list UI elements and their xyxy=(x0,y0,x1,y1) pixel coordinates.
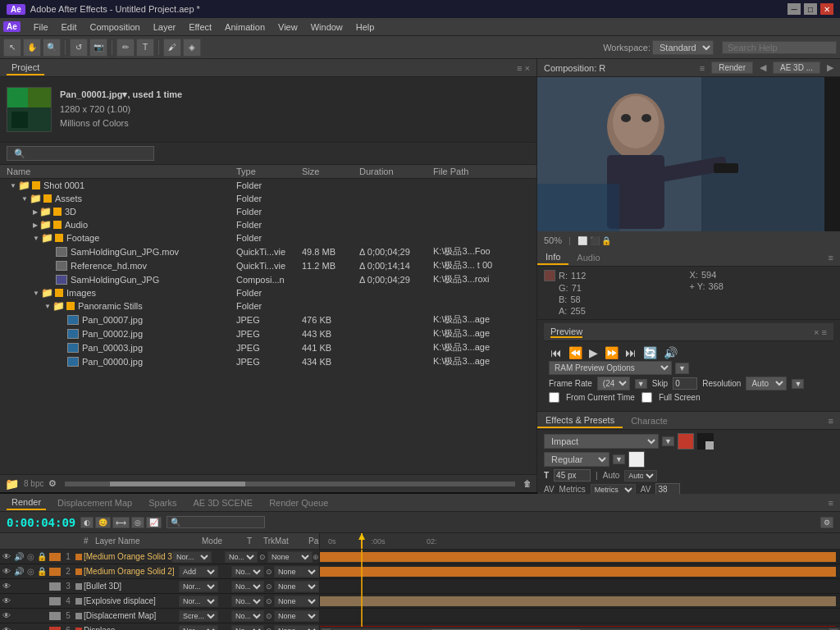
motion-blur-btn[interactable]: ◎ xyxy=(131,517,144,528)
layer2-vis-btn[interactable]: 👁 xyxy=(0,567,13,576)
project-settings-btn[interactable]: ⚙ xyxy=(48,478,57,489)
close-button[interactable]: ✕ xyxy=(820,3,833,15)
preview-menu[interactable]: × ≡ xyxy=(814,327,827,337)
stamp-tool[interactable]: ◈ xyxy=(183,39,201,57)
layer2-lock-btn[interactable]: 🔒 xyxy=(36,567,48,576)
layer3-mode-select[interactable]: Nor... xyxy=(179,581,218,592)
layer2-mode-select[interactable]: Add xyxy=(179,566,218,578)
layer4-parent-select[interactable]: None xyxy=(274,596,319,607)
layer6-vis-btn[interactable]: 👁 xyxy=(0,626,13,630)
menu-window[interactable]: Window xyxy=(304,21,349,34)
layer1-parent-select[interactable]: None xyxy=(267,551,313,563)
expand-icon[interactable]: ▶ xyxy=(33,208,38,216)
menu-layer[interactable]: Layer xyxy=(147,21,183,34)
list-item[interactable]: Pan_00000.jpg JPEG 434 KB K:\极品3...age xyxy=(0,354,536,368)
effects-presets-tab[interactable]: Effects & Presets xyxy=(537,413,623,428)
expand-icon[interactable]: ▶ xyxy=(33,221,38,229)
step-forward-btn[interactable]: ⏩ xyxy=(603,346,620,359)
rotation-tool[interactable]: ↺ xyxy=(70,39,88,57)
project-search-input[interactable] xyxy=(7,146,154,161)
list-item[interactable]: ▼ 📁 Panoramic Stills Folder xyxy=(0,299,536,313)
step-back-btn[interactable]: ⏪ xyxy=(567,346,584,359)
auto-select[interactable]: Auto xyxy=(624,470,657,482)
list-item[interactable]: SamHoldingGun_JPG Composi...n Δ 0;00;04;… xyxy=(0,272,536,286)
minimize-button[interactable]: ─ xyxy=(788,3,801,15)
delete-btn[interactable]: 🗑 xyxy=(523,479,532,488)
resolution-select[interactable]: Auto xyxy=(746,377,787,390)
list-item[interactable]: SamHoldingGun_JPG.mov QuickTi...vie 49.8… xyxy=(0,244,536,258)
list-item[interactable]: Pan_00002.jpg JPEG 443 KB K:\极品3...age xyxy=(0,326,536,340)
skip-to-end-btn[interactable]: ⏭ xyxy=(623,346,638,359)
full-screen-checkbox[interactable] xyxy=(641,392,652,403)
layer1-mode-select[interactable]: Nor... xyxy=(172,551,212,563)
list-item[interactable]: ▶ 📁 3D Folder xyxy=(0,205,536,218)
tab-audio[interactable]: Audio xyxy=(568,251,608,264)
pen-tool[interactable]: ✏ xyxy=(116,39,135,57)
maximize-button[interactable]: □ xyxy=(804,3,817,15)
brush-tool[interactable]: 🖌 xyxy=(163,39,181,57)
effects-menu[interactable]: ≡ xyxy=(822,416,840,426)
info-menu[interactable]: ≡ xyxy=(822,253,840,262)
expand-icon[interactable]: ▼ xyxy=(21,195,28,203)
frame-blend-btn[interactable]: ⟷ xyxy=(112,517,130,528)
layer4-trkmat-select[interactable]: No... xyxy=(231,596,264,607)
layer2-audio-btn[interactable]: 🔊 xyxy=(13,567,25,576)
comp-menu-icon[interactable]: ≡ xyxy=(700,63,705,73)
skip-input[interactable] xyxy=(673,377,697,390)
layer3-parent-select[interactable]: None xyxy=(274,581,319,592)
new-folder-btn[interactable]: 📁 xyxy=(5,477,19,491)
list-item[interactable]: Pan_00007.jpg JPEG 476 KB K:\极品3...age xyxy=(0,313,536,326)
play-btn[interactable]: ▶ xyxy=(587,346,600,359)
audio-btn[interactable]: 🔊 xyxy=(662,346,679,359)
layer5-trkmat-select[interactable]: No... xyxy=(231,610,264,622)
menu-edit[interactable]: Edit xyxy=(55,21,84,34)
hide-shy-btn[interactable]: 😊 xyxy=(95,517,111,528)
render-tab[interactable]: Render xyxy=(7,495,46,510)
layer5-parent-select[interactable]: None xyxy=(274,610,319,622)
text-tool[interactable]: T xyxy=(136,39,154,57)
list-item[interactable]: ▼ 📁 Images Folder xyxy=(0,286,536,299)
zoom-tool[interactable]: 🔍 xyxy=(43,39,61,57)
layer3-vis-btn[interactable]: 👁 xyxy=(0,582,13,591)
color-swatch-red[interactable] xyxy=(678,433,694,450)
layer1-solo-btn[interactable]: ◎ xyxy=(25,552,36,561)
layer4-vis-btn[interactable]: 👁 xyxy=(0,596,13,605)
expand-icon[interactable]: ▼ xyxy=(33,290,39,297)
render-button[interactable]: Render xyxy=(711,62,753,74)
menu-animation[interactable]: Animation xyxy=(218,21,272,34)
sparks-tab[interactable]: Sparks xyxy=(144,496,181,509)
layer6-trkmat-select[interactable]: No... xyxy=(231,625,264,631)
layer6-parent-select[interactable]: None xyxy=(274,625,319,631)
layer1-audio-btn[interactable]: 🔊 xyxy=(13,552,25,561)
list-item[interactable]: ▼ 📁 Shot 0001 Folder xyxy=(0,179,536,192)
resolution-down-btn[interactable]: ▼ xyxy=(792,379,804,389)
preview-tab[interactable]: Preview xyxy=(550,326,582,338)
timecode[interactable]: 0:00:04:09 xyxy=(7,516,75,529)
render-queue-tab[interactable]: Render Queue xyxy=(264,496,333,509)
list-item[interactable]: Pan_00003.jpg JPEG 441 KB K:\极品3...age xyxy=(0,340,536,354)
font-select-down-btn[interactable]: ▼ xyxy=(662,436,674,446)
ae3d-button[interactable]: AE 3D ... xyxy=(773,62,820,74)
displacement-tab[interactable]: Displacement Map xyxy=(52,496,137,509)
scroll-bar[interactable] xyxy=(65,482,515,486)
timeline-menu[interactable]: ≡ xyxy=(829,498,833,508)
layer4-mode-select[interactable]: Nor... xyxy=(179,596,218,607)
layer1-trkmat-select[interactable]: No... xyxy=(225,551,258,563)
list-item[interactable]: Reference_hd.mov QuickTi...vie 11.2 MB Δ… xyxy=(0,258,536,272)
hand-tool[interactable]: ✋ xyxy=(23,39,41,57)
timeline-settings-btn[interactable]: ⚙ xyxy=(820,517,833,528)
frame-rate-down-btn[interactable]: ▼ xyxy=(635,379,647,389)
layer6-mode-select[interactable]: Nor... xyxy=(179,625,218,631)
frame-rate-select[interactable]: (24) xyxy=(597,377,630,390)
ram-options-btn[interactable]: ▼ xyxy=(675,363,689,374)
ram-preview-select[interactable]: RAM Preview Options xyxy=(549,361,672,375)
list-item[interactable]: ▼ 📁 Footage Folder xyxy=(0,231,536,244)
menu-view[interactable]: View xyxy=(272,21,304,34)
composition-toggle-btn[interactable]: ◐ xyxy=(80,517,94,528)
tab-info[interactable]: Info xyxy=(537,250,568,265)
project-tab[interactable]: Project xyxy=(7,61,44,75)
layer1-vis-btn[interactable]: 👁 xyxy=(0,552,13,561)
font-size-input[interactable] xyxy=(554,469,591,482)
help-search[interactable] xyxy=(722,41,837,54)
menu-composition[interactable]: Composition xyxy=(84,21,147,34)
